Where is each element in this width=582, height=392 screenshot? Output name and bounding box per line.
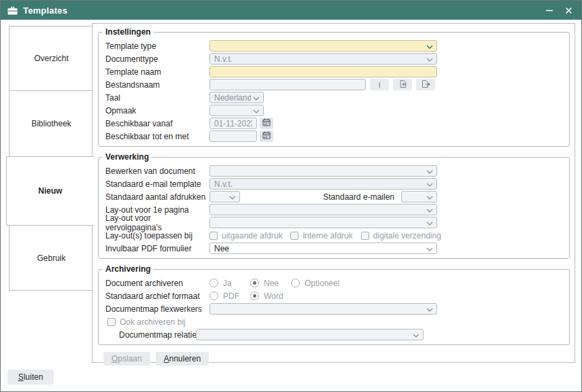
radio-archiveren-optioneel: Optioneel — [291, 279, 339, 288]
field-label: Standaard e-mailen — [323, 192, 394, 202]
radio-label: PDF — [223, 291, 239, 301]
template-type-select[interactable] — [209, 40, 437, 52]
checkbox-icon — [290, 232, 298, 240]
field-label: Document archiveren — [105, 279, 209, 288]
group-legend: Verwerking — [103, 152, 152, 162]
checkbox-icon — [361, 232, 369, 240]
documentmap-relaties-select[interactable] — [196, 329, 424, 340]
checkbox-label: uitgaande afdruk — [222, 231, 282, 240]
checkbox-interne-afdruk: interne afdruk — [290, 231, 352, 240]
button-label: O — [112, 354, 118, 363]
radio-icon — [209, 291, 218, 300]
radio-checked-icon — [250, 279, 259, 287]
field-label: Taal — [105, 93, 209, 103]
checkbox-uitgaande-afdruk: uitgaande afdruk — [209, 231, 282, 240]
opmaak-select[interactable] — [209, 105, 264, 116]
document-checkout-button[interactable] — [416, 79, 435, 90]
calendar-button[interactable] — [260, 118, 273, 129]
checkbox-icon — [209, 232, 218, 240]
checkbox-ook-archiveren[interactable]: Ook archiveren bij — [107, 317, 186, 327]
standaard-emailen-select[interactable] — [401, 191, 437, 202]
field-label: Documentmap flexwerkers — [105, 304, 209, 314]
sidebar-tab-bibliotheek[interactable]: Bibliotheek — [9, 90, 94, 157]
field-label: Documenttype — [105, 54, 209, 64]
sluiten-button[interactable]: Sluiten — [7, 370, 54, 385]
calendar-button[interactable] — [260, 130, 273, 142]
layout-eerste-pagina-select[interactable] — [209, 204, 437, 215]
panel-actions: Opslaan Annuleren — [103, 352, 575, 366]
chevron-down-icon — [426, 209, 433, 213]
field-label: Lay-out voor vervolgpagina's — [105, 213, 209, 232]
aantal-afdrukken-select[interactable] — [209, 191, 240, 202]
documentmap-flexwerkers-select[interactable] — [209, 303, 437, 315]
beschikbaar-tot-input[interactable] — [209, 130, 257, 142]
radio-formaat-word: Word — [250, 291, 283, 301]
checkbox-label: digitale verzending — [373, 231, 441, 240]
document-checkin-button[interactable] — [393, 79, 412, 90]
selected-value: N.v.t. — [214, 54, 233, 64]
beschikbaar-vanaf-input[interactable]: 01-11-2023 — [209, 118, 257, 129]
radio-icon — [291, 279, 300, 287]
nieuw-panel: Instellingen Template type Documenttype … — [92, 23, 575, 363]
template-naam-input[interactable] — [209, 66, 437, 77]
group-legend: Archivering — [103, 264, 154, 274]
document-arrow-out-icon — [422, 79, 430, 90]
field-label: Lay-out(s) toepassen bij — [105, 231, 209, 240]
checkbox-icon — [107, 318, 116, 326]
radio-archiveren-nee: Nee — [250, 279, 291, 288]
group-archivering: Archivering Document archiveren Ja Nee O… — [98, 264, 570, 345]
chevron-down-icon — [426, 308, 433, 312]
button-label: nnuleren — [169, 354, 201, 363]
annuleren-button[interactable]: Annuleren — [156, 352, 209, 366]
field-label: Bewerken van document — [105, 166, 209, 176]
field-label: Invulbaar PDF formulier — [105, 244, 209, 253]
calendar-icon — [262, 131, 271, 141]
radio-checked-icon — [250, 291, 259, 300]
chevron-down-icon — [426, 221, 433, 226]
field-label: Template naam — [105, 67, 209, 77]
chevron-down-icon — [426, 58, 433, 62]
info-icon: i — [379, 80, 381, 90]
chevron-down-icon — [426, 170, 433, 174]
titlebar: Templates — [1, 1, 581, 20]
group-legend: Instellingen — [103, 27, 154, 37]
layout-vervolgpaginas-select[interactable] — [209, 217, 437, 228]
chevron-down-icon — [253, 109, 260, 113]
radio-label: Optioneel — [305, 279, 339, 288]
invulbaar-pdf-select[interactable]: Nee — [209, 243, 437, 254]
bewerken-van-document-select[interactable] — [209, 165, 437, 177]
email-template-select: N.v.t. — [209, 178, 437, 190]
info-button[interactable]: i — [370, 79, 389, 90]
button-label: S — [18, 372, 24, 382]
minimize-button[interactable] — [539, 1, 560, 20]
opslaan-button[interactable]: Opslaan — [103, 352, 150, 366]
close-button[interactable] — [558, 1, 579, 20]
sidebar-tab-overzicht[interactable]: Overzicht — [9, 26, 94, 91]
field-label: Bestandsnaam — [105, 80, 209, 90]
checkbox-label: interne afdruk — [303, 231, 352, 240]
sidebar-tab-gebruik[interactable]: Gebruik — [9, 225, 94, 291]
sidebar-tab-nieuw[interactable]: Nieuw — [6, 156, 94, 226]
field-label: Beschikbaar tot en met — [105, 132, 209, 141]
selected-value: N.v.t. — [214, 179, 233, 189]
field-label: Standaard archief formaat — [105, 291, 209, 301]
field-label: Opmaak — [105, 106, 209, 115]
field-label: Documentmap relaties — [105, 330, 209, 340]
tab-label: Gebruik — [37, 253, 65, 263]
calendar-icon — [262, 118, 271, 128]
chevron-down-icon — [426, 45, 433, 49]
briefcase-icon — [7, 6, 18, 15]
tab-label: Bibliotheek — [31, 119, 71, 128]
templates-dialog: Templates Overzicht Bibliotheek Nieuw Ge… — [0, 0, 582, 392]
documenttype-select: N.v.t. — [209, 53, 437, 65]
bestandsnaam-input — [209, 79, 366, 90]
radio-label: Word — [264, 291, 283, 301]
chevron-down-icon — [426, 247, 433, 251]
button-label: pslaan — [118, 354, 141, 363]
field-label: Standaard aantal afdrukken — [105, 192, 209, 202]
window-title: Templates — [23, 5, 67, 16]
field-label: Beschikbaar vanaf — [105, 119, 209, 128]
radio-label: Ja — [223, 279, 232, 288]
group-instellingen: Instellingen Template type Documenttype … — [98, 27, 570, 147]
input-value: 01-11-2023 — [214, 119, 252, 128]
